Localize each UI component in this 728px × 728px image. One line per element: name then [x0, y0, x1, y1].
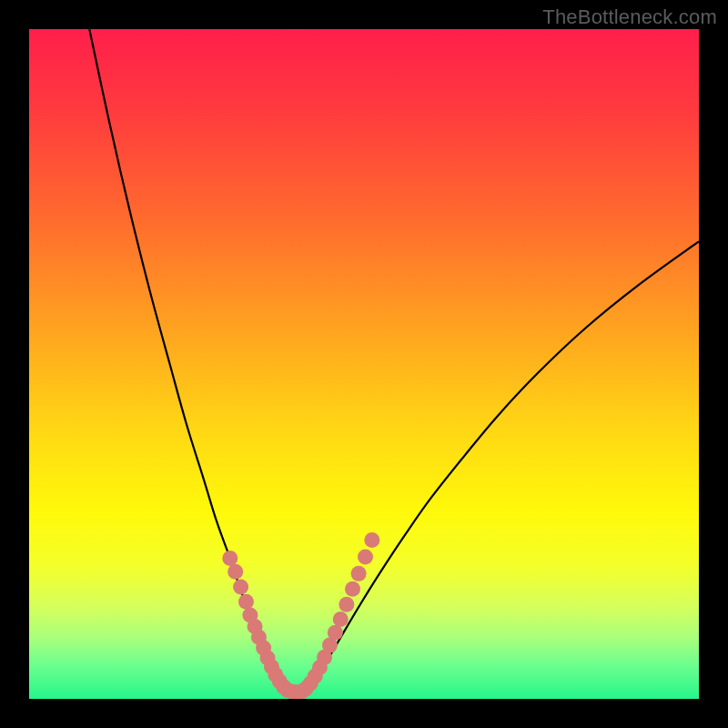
data-marker [358, 549, 373, 564]
watermark-text: TheBottleneck.com [542, 5, 717, 29]
data-marker [345, 581, 360, 597]
plot-area [29, 29, 699, 699]
data-marker [364, 532, 379, 548]
data-marker [228, 564, 243, 580]
data-marker [328, 625, 343, 641]
data-marker [238, 594, 254, 610]
data-marker [233, 580, 248, 595]
marker-cluster-left [222, 551, 309, 699]
data-marker [222, 551, 238, 566]
left-curve [89, 29, 286, 691]
marker-cluster-right [298, 532, 379, 696]
curves-layer [29, 29, 699, 699]
data-marker [351, 566, 367, 581]
data-marker [339, 597, 354, 612]
chart-frame: TheBottleneck.com [0, 0, 728, 728]
right-curve [304, 241, 699, 691]
data-marker [333, 612, 349, 627]
